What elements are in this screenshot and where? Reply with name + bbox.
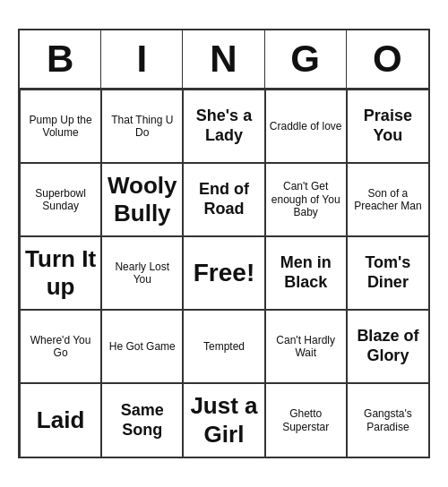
bingo-cell: She's a Lady bbox=[183, 90, 264, 163]
header-letter: N bbox=[183, 30, 264, 88]
bingo-card: BINGO Pump Up the VolumeThat Thing U DoS… bbox=[18, 29, 430, 458]
header-letter: O bbox=[347, 30, 428, 88]
bingo-cell: Where'd You Go bbox=[20, 310, 101, 383]
bingo-cell: Pump Up the Volume bbox=[20, 90, 101, 163]
bingo-grid: Pump Up the VolumeThat Thing U DoShe's a… bbox=[20, 90, 428, 457]
bingo-cell: Craddle of love bbox=[265, 90, 347, 163]
bingo-cell: Praise You bbox=[347, 90, 428, 163]
header-letter: I bbox=[101, 30, 183, 88]
bingo-cell: End of Road bbox=[183, 163, 264, 236]
bingo-cell: Ghetto Superstar bbox=[265, 383, 347, 457]
bingo-cell: Blaze of Glory bbox=[347, 310, 428, 383]
bingo-cell: Same Song bbox=[101, 383, 183, 457]
bingo-cell: Can't Get enough of You Baby bbox=[265, 163, 347, 236]
bingo-cell: Tempted bbox=[183, 310, 264, 383]
bingo-cell: That Thing U Do bbox=[101, 90, 183, 163]
header-letter: B bbox=[20, 30, 101, 88]
bingo-cell: Nearly Lost You bbox=[101, 236, 183, 310]
bingo-cell: Son of a Preacher Man bbox=[347, 163, 428, 236]
bingo-cell: He Got Game bbox=[101, 310, 183, 383]
bingo-cell: Men in Black bbox=[265, 236, 347, 310]
bingo-cell: Gangsta's Paradise bbox=[347, 383, 428, 457]
bingo-cell: Free! bbox=[183, 236, 264, 310]
bingo-cell: Can't Hardly Wait bbox=[265, 310, 347, 383]
bingo-cell: Just a Girl bbox=[183, 383, 264, 457]
bingo-header: BINGO bbox=[20, 30, 428, 90]
bingo-cell: Superbowl Sunday bbox=[20, 163, 101, 236]
bingo-cell: Laid bbox=[20, 383, 101, 457]
header-letter: G bbox=[265, 30, 347, 88]
bingo-cell: Wooly Bully bbox=[101, 163, 183, 236]
bingo-cell: Turn It up bbox=[20, 236, 101, 310]
bingo-cell: Tom's Diner bbox=[347, 236, 428, 310]
